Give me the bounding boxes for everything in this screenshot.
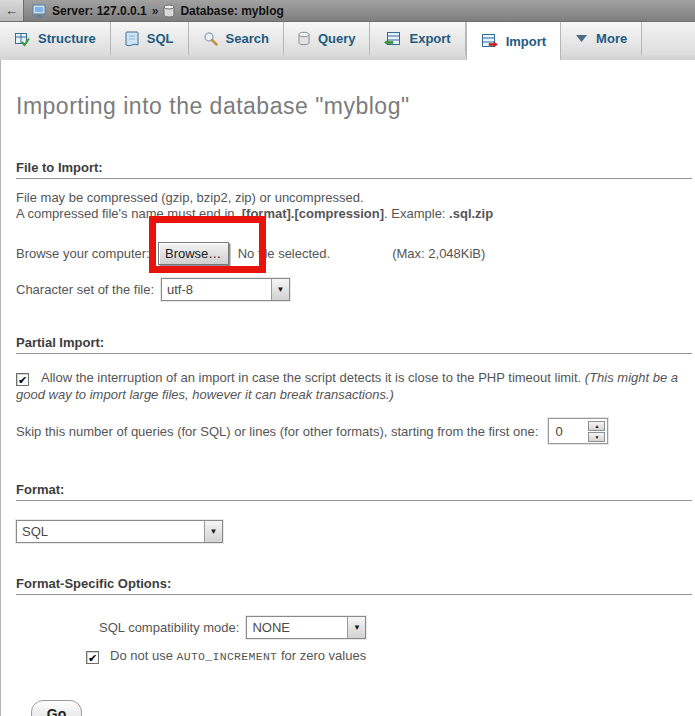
phpmyadmin-import-page: { "breadcrumb": { "back_arrow": "←", "se… [0,0,695,716]
tab-label: Query [318,31,356,46]
sql-compatibility-row: SQL compatibility mode: NONE ▼ [99,616,692,639]
chevron-down-icon [575,34,588,43]
section-heading-file-to-import: File to Import: [16,160,692,179]
query-icon [298,31,310,46]
breadcrumb-bar: ← Server: 127.0.0.1 » Database: myblog [0,0,695,22]
spin-up-icon[interactable]: ▲ [588,421,605,431]
spin-down-icon[interactable]: ▼ [588,432,605,442]
sql-compatibility-label: SQL compatibility mode: [99,620,239,635]
tab-query[interactable]: Query [284,22,371,55]
back-arrow-icon: ← [5,3,18,18]
tab-bar: Structure SQL Search Query Export Import [0,22,695,60]
export-icon [384,31,401,47]
auto-increment-text-post: for zero values [277,648,366,663]
section-heading-format: Format: [16,482,692,501]
search-icon [203,31,218,46]
sql-compatibility-select[interactable]: NONE ▼ [246,616,366,639]
tab-label: Import [506,34,546,49]
auto-increment-text-pre: Do not use [110,648,177,663]
tab-sql[interactable]: SQL [111,22,189,55]
tab-more[interactable]: More [561,22,642,55]
allow-interruption-checkbox[interactable]: ✔ [16,373,29,386]
breadcrumb-server[interactable]: Server: 127.0.0.1 [52,4,147,18]
skip-queries-label: Skip this number of queries (for SQL) or… [16,424,538,439]
breadcrumb: Server: 127.0.0.1 » Database: myblog [24,4,284,18]
main-content: Importing into the database "myblog" Fil… [0,60,695,716]
back-arrow-button[interactable]: ← [0,0,24,21]
max-upload-size: (Max: 2,048KiB) [392,246,485,261]
spinner-buttons: ▲ ▼ [588,421,605,442]
auto-increment-checkbox[interactable]: ✔ [86,651,99,664]
charset-select[interactable]: utf-8 ▼ [161,278,290,301]
tab-label: More [596,31,627,46]
tab-search[interactable]: Search [189,22,284,55]
browse-button[interactable]: Browse… [158,242,229,265]
skip-queries-row: Skip this number of queries (for SQL) or… [16,418,692,444]
section-heading-partial-import: Partial Import: [16,335,692,354]
skip-queries-value: 0 [551,424,588,439]
no-file-selected-text: No file selected. [238,246,331,261]
server-icon [32,4,47,18]
skip-queries-input[interactable]: 0 ▲ ▼ [548,418,608,444]
sql-icon [125,31,139,47]
breadcrumb-separator: » [152,4,159,18]
go-button[interactable]: Go [31,700,82,716]
page-title: Importing into the database "myblog" [16,60,692,120]
charset-label: Character set of the file: [16,282,154,297]
format-select[interactable]: SQL ▼ [16,520,223,543]
charset-selected-value: utf-8 [162,279,271,300]
allow-interruption-text: Allow the interruption of an import in c… [41,370,585,385]
dropdown-arrow-icon[interactable]: ▼ [347,617,365,638]
tab-bar-filler [642,22,695,55]
dropdown-arrow-icon[interactable]: ▼ [271,279,289,300]
tab-label: Structure [38,31,96,46]
file-upload-row: Browse your computer: Browse… No file se… [16,241,692,265]
import-icon [481,33,498,49]
breadcrumb-database[interactable]: Database: myblog [180,4,283,18]
structure-icon [14,31,30,47]
tab-label: SQL [147,31,174,46]
tab-label: Search [226,31,269,46]
sql-compatibility-value: NONE [247,617,347,638]
charset-row: Character set of the file: utf-8 ▼ [16,278,692,301]
section-heading-format-specific: Format-Specific Options: [16,576,692,595]
dropdown-arrow-icon[interactable]: ▼ [204,521,222,542]
browse-label: Browse your computer: [16,246,150,261]
database-icon [163,4,175,18]
tab-export[interactable]: Export [370,22,465,55]
allow-interruption-row: ✔Allow the interruption of an import in … [16,369,688,403]
tab-structure[interactable]: Structure [0,22,111,55]
auto-increment-row: ✔Do not use AUTO_INCREMENT for zero valu… [86,648,692,664]
compression-help-text: File may be compressed (gzip, bzip2, zip… [16,190,692,222]
tab-import[interactable]: Import [466,22,561,60]
format-selected-value: SQL [17,521,204,542]
tab-label: Export [409,31,450,46]
auto-increment-keyword: AUTO_INCREMENT [177,650,278,663]
